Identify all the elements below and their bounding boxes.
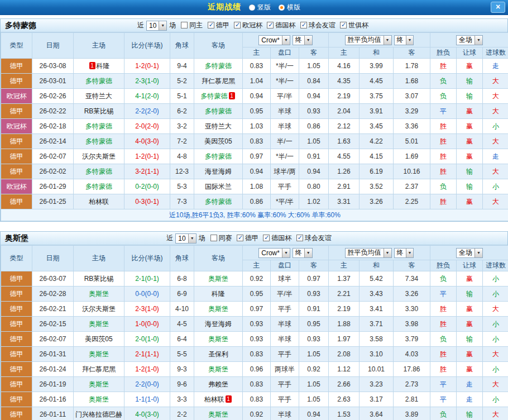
match-row: 德甲 26-02-02 多特蒙德 3-2(1-1) 12-3 海登海姆 0.94… — [1, 164, 508, 179]
result-goals-cell: 小 — [483, 362, 508, 377]
checkbox-icon — [181, 22, 188, 28]
league-cell: 德甲 — [1, 149, 32, 164]
avg-away-cell: 5.01 — [394, 134, 430, 149]
results-table: 类型 日期 主场 比分(半场) 角球 客场 Crow* 终 胜平负均值 — [1, 32, 508, 221]
date-cell: 26-02-21 — [32, 302, 74, 317]
home-team-cell: 多特蒙德 — [74, 179, 124, 194]
scope-group-header: 全场 — [430, 33, 508, 47]
score: 2-0(1-0) — [135, 335, 159, 343]
score-cell: 2-2(0-0) — [124, 377, 170, 392]
score: 4-0(3-0) — [135, 411, 159, 418]
europe-avg-select[interactable]: 胜平负均值 — [345, 35, 392, 45]
odds-time-select[interactable]: 终 — [293, 248, 313, 258]
avg-home-cell: 2.91 — [329, 179, 360, 194]
avg-away-cell: 3.29 — [394, 104, 430, 119]
date-cell: 26-01-31 — [32, 347, 74, 362]
result-handicap-cell: 赢 — [457, 362, 483, 377]
filter-checkbox[interactable]: 世俱杯 — [340, 21, 368, 30]
result-wdl-cell: 胜 — [430, 347, 457, 362]
result-wdl: 负 — [440, 411, 447, 418]
scope-select[interactable]: 全场 — [456, 35, 483, 45]
handicap-cell: 平/半 — [271, 287, 299, 302]
europe-time-select[interactable]: 终 — [394, 35, 414, 45]
col-header-type: 类型 — [1, 33, 32, 59]
result-goals-cell: 大 — [483, 104, 508, 119]
filter-checkbox-group: 同主 德甲 欧冠杯 — [178, 21, 368, 31]
match-row: 德甲 26-02-21 沃尔夫斯堡 2-3(1-0) 4-10 奥斯堡 0.97… — [1, 302, 508, 317]
corners-cell: 3-3 — [170, 392, 194, 407]
away-team: 美因茨05 — [204, 137, 232, 145]
col-header-away: 客场 — [194, 33, 243, 59]
avg-home-cell: 2.21 — [329, 287, 360, 302]
close-button[interactable]: × — [491, 2, 505, 13]
col-header-odds-home: 主 — [243, 260, 271, 271]
date-cell: 26-02-02 — [32, 164, 74, 179]
match-row: 德甲 26-03-01 多特蒙德 2-3(1-0) 5-2 拜仁慕尼黑 1.04… — [1, 74, 508, 89]
avg-draw-cell: 3.17 — [360, 392, 394, 407]
date-cell: 26-02-15 — [32, 317, 74, 332]
filter-checkbox[interactable]: 德国杯 — [263, 233, 291, 243]
result-goals-cell: 大 — [483, 407, 508, 420]
filter-checkbox[interactable]: 德甲 — [237, 233, 258, 243]
match-count-select[interactable]: 10 — [175, 233, 196, 244]
checkbox-label: 球会友谊 — [305, 233, 332, 243]
away-team-cell: 柏林联1 — [194, 392, 243, 407]
score-cell: 2-2(2-0) — [124, 104, 170, 119]
near-label: 近 — [166, 233, 173, 243]
home-team-cell: 1科隆 — [74, 59, 124, 74]
filter-checkbox[interactable]: 球会友谊 — [300, 21, 336, 30]
corners-cell: 6-4 — [170, 332, 194, 347]
match-row: 德甲 26-01-19 奥斯堡 2-2(0-0) 9-6 弗赖堡 0.83 平手… — [1, 377, 508, 392]
result-handicap: 赢 — [466, 137, 473, 145]
games-suffix-label: 场 — [199, 233, 205, 243]
date-cell: 26-01-11 — [32, 407, 74, 420]
avg-draw-cell: 3.58 — [360, 332, 394, 347]
score: 0-2(0-0) — [135, 183, 159, 190]
odds-source-select[interactable]: Crow* — [258, 248, 290, 258]
avg-home-cell: 2.08 — [329, 347, 360, 362]
away-team: 弗赖堡 — [208, 380, 228, 388]
away-team: 奥斯堡 — [208, 305, 228, 313]
avg-home-cell: 1.63 — [329, 134, 360, 149]
filter-checkbox[interactable]: 球会友谊 — [296, 233, 332, 243]
filter-checkbox[interactable]: 同主 — [181, 21, 203, 30]
filter-checkbox[interactable]: 欧冠杯 — [234, 21, 262, 30]
result-wdl-cell: 负 — [430, 179, 457, 194]
radio-vertical-layout[interactable]: 竖版 — [249, 3, 271, 12]
league-cell: 德甲 — [1, 347, 32, 362]
result-handicap-cell: 赢 — [457, 59, 483, 74]
avg-home-cell: 2.12 — [329, 119, 360, 134]
score-cell: 1-2(0-1) — [124, 149, 170, 164]
col-header-goals-result: 进球数 — [483, 47, 508, 59]
odds-time-select[interactable]: 终 — [293, 35, 313, 45]
result-wdl-cell: 负 — [430, 89, 457, 104]
red-card-badge: 1 — [226, 395, 232, 403]
europe-avg-select[interactable]: 胜平负均值 — [345, 248, 392, 258]
scope-select[interactable]: 全场 — [456, 248, 483, 258]
score-cell: 1-0(0-0) — [124, 317, 170, 332]
filter-checkbox[interactable]: 同赛 — [210, 233, 232, 243]
result-handicap-cell: 输 — [457, 74, 483, 89]
away-team: 多特蒙德 — [205, 107, 232, 115]
team-section-augsburg: 奥斯堡 近 10 场 同赛 德甲 — [0, 231, 508, 420]
result-wdl-cell: 胜 — [430, 119, 457, 134]
match-count-select[interactable]: 10 — [146, 21, 167, 31]
europe-time-select[interactable]: 终 — [394, 248, 414, 258]
filter-checkbox[interactable]: 德甲 — [208, 21, 229, 30]
result-handicap-cell: 输 — [457, 332, 483, 347]
away-team: 科隆 — [212, 290, 225, 298]
result-goals: 大 — [492, 137, 499, 145]
avg-home-cell: 4.16 — [329, 59, 360, 74]
away-team-cell: 弗赖堡 — [194, 377, 243, 392]
away-team-cell: 亚特兰大 — [194, 119, 243, 134]
odds-source-select[interactable]: Crow* — [258, 35, 290, 45]
avg-draw-cell: 3.10 — [360, 347, 394, 362]
league-cell: 欧冠杯 — [1, 89, 32, 104]
radio-horizontal-layout[interactable]: 横版 — [279, 3, 300, 12]
result-wdl: 胜 — [440, 305, 447, 313]
red-card-badge: 1 — [229, 92, 235, 99]
filter-checkbox[interactable]: 德国杯 — [267, 21, 295, 30]
result-goals-cell: 小 — [483, 317, 508, 332]
result-goals-cell: 小 — [483, 332, 508, 347]
away-team-cell: 美因茨05 — [194, 134, 243, 149]
